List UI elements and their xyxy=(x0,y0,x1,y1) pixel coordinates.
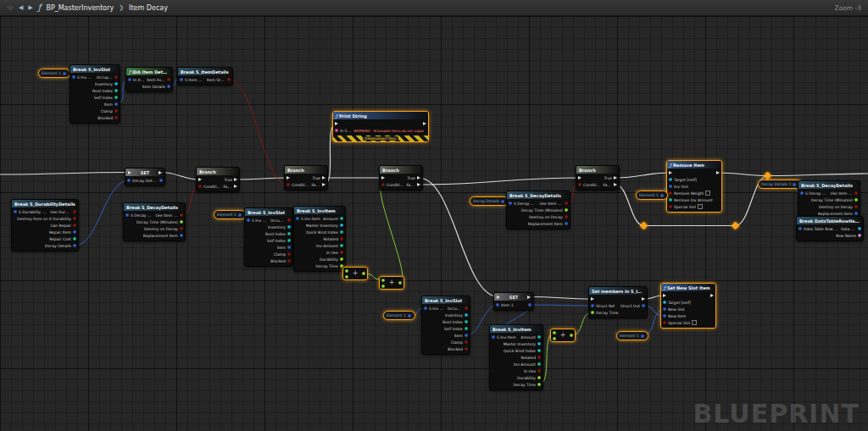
bool-pin[interactable] xyxy=(287,259,291,262)
int-pin[interactable] xyxy=(669,198,672,202)
node-bii_b[interactable]: Break S_InvItemS Inv ItemAmountMaster In… xyxy=(489,324,543,390)
exec-pin[interactable] xyxy=(234,178,237,181)
bool-pin[interactable] xyxy=(287,252,291,256)
node-set_members[interactable]: Set members in S_InvItemStruct RefStruct… xyxy=(588,286,648,318)
bool-pin[interactable] xyxy=(465,347,468,351)
bool-pin[interactable] xyxy=(340,237,343,240)
node-pill_c[interactable]: Element 1 xyxy=(636,191,668,200)
exec-pin[interactable] xyxy=(322,183,326,186)
node-bdd[interactable]: Break S_DurabilityDetailsS Durability De… xyxy=(11,199,79,251)
struct-pin[interactable] xyxy=(663,307,666,311)
bool-pin[interactable] xyxy=(114,116,118,119)
bool-pin[interactable] xyxy=(854,191,858,195)
node-bdtrh[interactable]: Break DataTableRowHandleData Table Row H… xyxy=(796,216,864,241)
breadcrumb-graph-name[interactable]: Item Decay xyxy=(129,4,168,12)
object-pin[interactable] xyxy=(537,342,541,345)
int-pin[interactable] xyxy=(73,237,76,240)
node-set_decay[interactable]: SETDecay Details xyxy=(125,168,165,186)
object-pin[interactable] xyxy=(663,301,666,304)
bool-pin[interactable] xyxy=(565,202,568,205)
struct-pin[interactable] xyxy=(73,244,76,247)
float-pin[interactable] xyxy=(553,337,556,340)
bool-pin[interactable] xyxy=(227,78,231,81)
favorite-star-icon[interactable]: ☆ xyxy=(7,0,14,15)
struct-pin[interactable] xyxy=(660,194,664,197)
node-pill_dec[interactable]: Decay Details xyxy=(470,196,509,206)
float-pin[interactable] xyxy=(381,279,385,282)
struct-pin[interactable] xyxy=(642,304,645,307)
struct-pin[interactable] xyxy=(501,200,504,203)
bool-pin[interactable] xyxy=(73,217,76,220)
node-ida[interactable]: ƒIDA Item DetailsIn ItemItem FoundItem D… xyxy=(125,67,173,92)
int-pin[interactable] xyxy=(340,230,343,234)
node-bdec_c[interactable]: Break S_DecayDetailsS Decay DetailsUse I… xyxy=(798,180,860,219)
object-pin[interactable] xyxy=(858,227,861,230)
node-pill_d[interactable]: Element 1 xyxy=(383,311,415,320)
exec-pin[interactable] xyxy=(497,296,500,299)
exec-pin[interactable] xyxy=(614,176,617,180)
float-pin[interactable] xyxy=(570,334,573,337)
int-pin[interactable] xyxy=(465,327,468,330)
struct-pin[interactable] xyxy=(159,179,163,182)
struct-pin[interactable] xyxy=(296,217,299,220)
int-pin[interactable] xyxy=(340,217,343,220)
object-pin[interactable] xyxy=(340,224,343,227)
checkbox[interactable] xyxy=(705,191,710,196)
node-pill_b[interactable]: Element 1 xyxy=(214,210,246,219)
bool-pin[interactable] xyxy=(180,213,183,217)
node-branch4[interactable]: BranchTrueConditionFalse xyxy=(576,165,620,191)
float-pin[interactable] xyxy=(565,208,568,212)
struct-pin[interactable] xyxy=(528,303,531,307)
node-branch3[interactable]: BranchTrueConditionFalse xyxy=(379,165,423,191)
float-pin[interactable] xyxy=(362,272,365,275)
int-pin[interactable] xyxy=(537,349,541,352)
node-bis_c[interactable]: Break S_InvSlotS Inv SlotOccupiedInvento… xyxy=(421,296,470,355)
struct-pin[interactable] xyxy=(128,78,131,81)
node-set_new[interactable]: ƒSet New Slot ItemTarget [self]New SlotN… xyxy=(660,283,716,329)
bool-pin[interactable] xyxy=(537,356,541,359)
float-pin[interactable] xyxy=(345,269,348,273)
exec-pin[interactable] xyxy=(716,171,720,174)
struct-pin[interactable] xyxy=(669,185,672,188)
struct-pin[interactable] xyxy=(798,227,802,230)
struct-pin[interactable] xyxy=(565,222,568,225)
node-branch2[interactable]: BranchTrueConditionFalse xyxy=(284,165,328,191)
node-set_item[interactable]: SETItem 1 xyxy=(493,292,534,311)
bool-pin[interactable] xyxy=(180,227,183,230)
exec-pin[interactable] xyxy=(322,176,326,180)
struct-pin[interactable] xyxy=(247,218,250,222)
exec-pin[interactable] xyxy=(423,122,426,125)
graph-canvas[interactable]: BLUEPRINT Element 1Break S_InvSlotS Inv … xyxy=(0,16,868,431)
int-pin[interactable] xyxy=(114,89,118,92)
float-pin[interactable] xyxy=(180,220,183,224)
bool-pin[interactable] xyxy=(578,183,581,186)
node-bdec_a[interactable]: Break S_DecayDetailsS Decay DetailsUse I… xyxy=(123,202,186,241)
bool-pin[interactable] xyxy=(73,210,76,213)
exec-pin[interactable] xyxy=(417,183,420,186)
node-remove[interactable]: ƒRemove ItemTarget [self]Inv SlotRemove … xyxy=(666,160,722,213)
struct-pin[interactable] xyxy=(793,183,796,186)
struct-pin[interactable] xyxy=(73,230,76,234)
exec-pin[interactable] xyxy=(578,176,581,180)
bool-pin[interactable] xyxy=(287,183,290,186)
node-pill_e[interactable]: Element 1 xyxy=(616,331,648,340)
reroute-node[interactable] xyxy=(640,222,648,230)
node-bis_b[interactable]: Break S_InvSlotS Inv SlotOccupiedInvento… xyxy=(244,207,293,267)
struct-pin[interactable] xyxy=(496,303,499,307)
float-pin[interactable] xyxy=(345,275,348,279)
float-pin[interactable] xyxy=(398,281,402,285)
struct-pin[interactable] xyxy=(854,212,858,215)
int-pin[interactable] xyxy=(114,96,118,99)
nav-back-icon[interactable]: ◀ xyxy=(19,0,23,15)
object-pin[interactable] xyxy=(669,178,672,181)
struct-pin[interactable] xyxy=(127,179,131,182)
exec-pin[interactable] xyxy=(335,122,338,125)
name-pin[interactable] xyxy=(858,234,861,237)
struct-pin[interactable] xyxy=(408,314,411,318)
bool-pin[interactable] xyxy=(287,218,291,222)
exec-pin[interactable] xyxy=(614,183,617,186)
struct-pin[interactable] xyxy=(287,246,291,249)
node-math2[interactable]: + xyxy=(379,276,404,290)
node-bis_a[interactable]: Break S_InvSlotS Inv SlotOccupiedInvento… xyxy=(70,64,120,124)
struct-pin[interactable] xyxy=(238,213,242,217)
